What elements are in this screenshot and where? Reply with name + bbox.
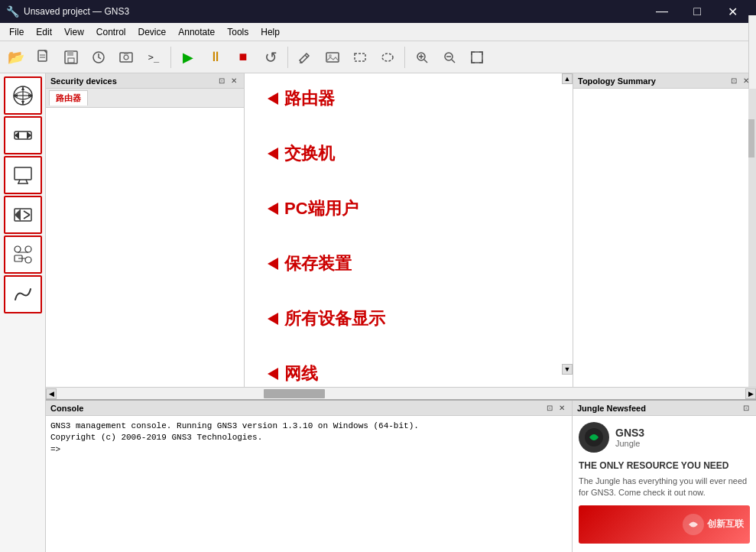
svg-marker-32 xyxy=(15,132,19,139)
svg-marker-39 xyxy=(15,209,21,221)
zoom-out-btn[interactable] xyxy=(436,44,462,70)
console-content[interactable]: GNS3 management console. Running GNS3 ve… xyxy=(46,416,572,552)
left-sidebar xyxy=(0,73,46,552)
svg-point-42 xyxy=(15,246,21,252)
scroll-up-btn[interactable]: ▲ xyxy=(562,73,573,84)
menu-file[interactable]: File xyxy=(3,24,30,41)
annotation-switch: 交换机 xyxy=(268,142,335,165)
save-btn[interactable] xyxy=(58,44,84,70)
rect-btn[interactable] xyxy=(347,44,373,70)
minimize-button[interactable]: — xyxy=(644,0,680,23)
window-controls: — □ ✕ xyxy=(644,0,750,23)
h-scrollbar-thumb[interactable] xyxy=(264,389,325,398)
svg-rect-4 xyxy=(67,51,73,56)
open-folder-btn[interactable]: 📂 xyxy=(3,44,29,70)
annotation-pc: PC端用户 xyxy=(268,197,359,220)
panel-header-controls: ⊡ ✕ xyxy=(216,76,239,86)
devices-panel-title: Security devices xyxy=(50,76,117,86)
topology-panel-title: Topology Summary xyxy=(578,76,656,86)
svg-rect-23 xyxy=(472,52,482,63)
toolbar: 📂 >_ ▶ ⏸ ■ ↺ xyxy=(0,41,756,73)
ellipse-btn[interactable] xyxy=(375,44,401,70)
svg-rect-34 xyxy=(15,167,31,180)
zoom-in-btn[interactable] xyxy=(409,44,435,70)
menu-annotate[interactable]: Annotate xyxy=(172,24,221,41)
watermark-group: 创新互联 xyxy=(683,514,744,535)
h-scroll-area[interactable]: ◀ ▶ xyxy=(46,387,756,399)
panel-close-btn[interactable]: ✕ xyxy=(229,76,239,86)
bottom-area: Console ⊡ ✕ GNS3 management console. Run… xyxy=(46,399,756,552)
menu-view[interactable]: View xyxy=(58,24,90,41)
svg-line-10 xyxy=(305,55,307,57)
console-float-btn[interactable]: ⊡ xyxy=(544,403,555,414)
maximize-button[interactable]: □ xyxy=(680,0,715,23)
devices-panel-content[interactable] xyxy=(46,108,244,387)
watermark-icon xyxy=(683,514,704,535)
move-btn[interactable] xyxy=(4,76,42,115)
console-panel-header: Console ⊡ ✕ xyxy=(46,401,572,416)
devices-panel-header: Security devices ⊡ ✕ xyxy=(46,73,244,89)
scroll-down-btn[interactable]: ▼ xyxy=(562,364,573,375)
stop-btn[interactable]: ■ xyxy=(230,44,256,70)
console-line-4: => xyxy=(50,444,567,456)
console-close-btn[interactable]: ✕ xyxy=(556,403,567,414)
menu-help[interactable]: Help xyxy=(255,24,286,41)
switch-btn[interactable] xyxy=(4,116,42,154)
canvas-area[interactable]: 路由器 交换机 PC端用户 保存装置 所有设备显示 xyxy=(245,73,573,387)
annotation-router: 路由器 xyxy=(268,87,335,110)
close-button[interactable]: ✕ xyxy=(715,0,750,23)
title-text: Unsaved project — GNS3 xyxy=(24,6,644,17)
devices-tab-router[interactable]: 路由器 xyxy=(49,90,88,106)
gns3-logo-icon xyxy=(579,422,609,453)
play-btn[interactable]: ▶ xyxy=(175,44,201,70)
main-layout: Security devices ⊡ ✕ 路由器 xyxy=(0,73,756,552)
menu-device[interactable]: Device xyxy=(132,24,173,41)
edit-note-btn[interactable] xyxy=(292,44,318,70)
menu-tools[interactable]: Tools xyxy=(221,24,255,41)
topology-scrollbar-thumb[interactable] xyxy=(748,119,754,157)
newsfeed-banner[interactable]: 创新互联 xyxy=(579,505,750,544)
svg-line-17 xyxy=(424,60,427,63)
devices-tab-bar: 路由器 xyxy=(46,89,244,108)
svg-point-43 xyxy=(25,246,31,252)
newsfeed-float-btn[interactable]: ⊡ xyxy=(741,403,751,414)
content-area: Security devices ⊡ ✕ 路由器 xyxy=(46,73,756,552)
panel-float-btn[interactable]: ⊡ xyxy=(216,76,227,86)
gns3-logo-sub: Jungle xyxy=(615,439,644,448)
svg-rect-5 xyxy=(68,58,74,63)
topology-panel-content[interactable] xyxy=(573,89,756,387)
svg-rect-9 xyxy=(124,52,128,54)
fit-btn[interactable] xyxy=(464,44,490,70)
terminal-btn[interactable]: >_ xyxy=(141,44,167,70)
svg-point-15 xyxy=(382,54,393,61)
topology-scrollbar[interactable] xyxy=(748,89,756,387)
gns3-logo-text-group: GNS3 Jungle xyxy=(615,427,644,448)
topology-panel: Topology Summary ⊡ ✕ xyxy=(573,73,756,387)
reload-btn[interactable]: ↺ xyxy=(258,44,284,70)
menu-edit[interactable]: Edit xyxy=(30,24,58,41)
scroll-left-btn[interactable]: ◀ xyxy=(46,388,57,399)
newsfeed-content[interactable]: GNS3 Jungle THE ONLY RESOURCE YOU NEED T… xyxy=(573,416,756,552)
screenshot-btn[interactable] xyxy=(113,44,139,70)
watermark-text: 创新互联 xyxy=(707,518,744,531)
gns3-logo-name: GNS3 xyxy=(615,427,644,439)
storage-btn[interactable] xyxy=(4,196,42,234)
newsfeed-panel: Jungle Newsfeed ⊡ GN xyxy=(573,401,756,552)
svg-marker-33 xyxy=(27,132,31,139)
annotation-cable: 网线 xyxy=(268,362,318,385)
scroll-right-btn[interactable]: ▶ xyxy=(745,388,756,399)
topology-float-btn[interactable]: ⊡ xyxy=(728,76,739,86)
cable-btn[interactable] xyxy=(4,275,42,313)
pc-btn[interactable] xyxy=(4,156,42,194)
newsfeed-headline: THE ONLY RESOURCE YOU NEED xyxy=(579,460,750,471)
image-btn[interactable] xyxy=(320,44,346,70)
svg-point-45 xyxy=(25,257,31,263)
console-line-1: GNS3 management console. Running GNS3 ve… xyxy=(50,420,567,432)
svg-point-8 xyxy=(124,55,128,60)
all-devices-btn[interactable] xyxy=(4,235,42,274)
history-btn[interactable] xyxy=(86,44,112,70)
menu-control[interactable]: Control xyxy=(90,24,132,41)
svg-line-41 xyxy=(24,215,30,219)
new-file-btn[interactable] xyxy=(31,44,57,70)
pause-btn[interactable]: ⏸ xyxy=(203,44,229,70)
